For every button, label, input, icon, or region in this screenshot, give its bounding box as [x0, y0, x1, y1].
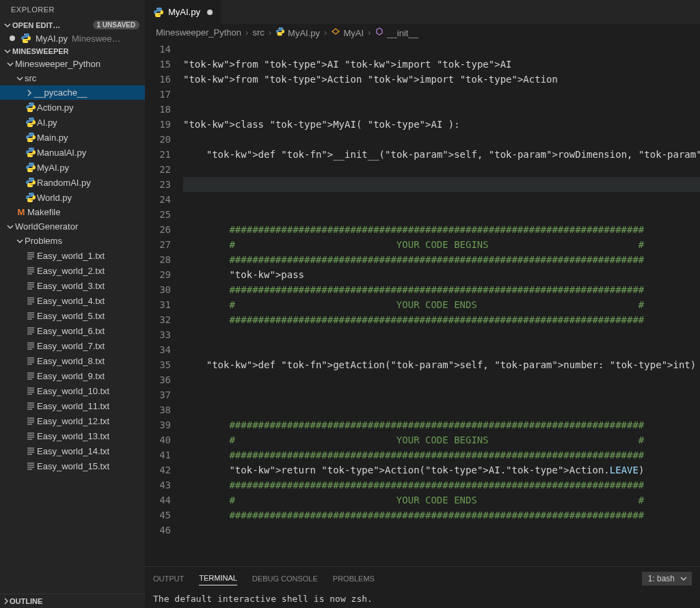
breadcrumb-separator-icon: ›	[269, 27, 271, 38]
file-easy-world-2-txt[interactable]: Easy_world_2.txt	[0, 263, 145, 278]
class-icon	[331, 27, 340, 36]
workspace-header[interactable]: MINESWEEPER	[0, 46, 145, 57]
file-easy-world-7-txt[interactable]: Easy_world_7.txt	[0, 338, 145, 353]
file-tree: Minesweeper_Pythonsrc__pycache__Action.p…	[0, 57, 145, 594]
folder-worldgenerator[interactable]: WorldGenerator	[0, 219, 145, 234]
file-easy-world-5-txt[interactable]: Easy_world_5.txt	[0, 308, 145, 323]
open-editor-item[interactable]: MyAI.py Mineswee…	[0, 31, 145, 46]
folder-src[interactable]: src	[0, 71, 145, 85]
chevron-down-icon	[680, 575, 687, 582]
file-easy-world-14-txt[interactable]: Easy_world_14.txt	[0, 443, 145, 458]
file-myai-py[interactable]: MyAI.py	[0, 160, 145, 175]
python-icon	[25, 192, 37, 203]
chevron-right-icon	[3, 598, 10, 605]
file-easy-world-9-txt[interactable]: Easy_world_9.txt	[0, 368, 145, 383]
code-editor[interactable]: 1415161718192021222324252627282930313233…	[145, 42, 700, 566]
bottom-panel: OUTPUT TERMINAL DEBUG CONSOLE PROBLEMS 1…	[145, 566, 700, 608]
svg-point-14	[29, 193, 29, 194]
tree-item-label: Easy_world_1.txt	[37, 251, 105, 261]
python-icon	[275, 27, 285, 36]
chevron-down-icon	[3, 48, 12, 55]
breadcrumb-item[interactable]: MyAI	[331, 27, 364, 38]
text-file-icon	[25, 340, 37, 351]
file-ai-py[interactable]: AI.py	[0, 115, 145, 130]
python-icon	[25, 177, 37, 188]
terminal-selector[interactable]: 1: bash	[642, 572, 692, 585]
breadcrumb-separator-icon: ›	[368, 27, 371, 38]
tree-item-label: Main.py	[37, 133, 68, 143]
svg-point-12	[29, 178, 29, 179]
breadcrumbs[interactable]: Minesweeper_Python›src›MyAI.py›MyAI›__in…	[145, 24, 700, 42]
file-easy-world-6-txt[interactable]: Easy_world_6.txt	[0, 323, 145, 338]
tab-myai[interactable]: MyAI.py	[145, 0, 221, 24]
file-easy-world-13-txt[interactable]: Easy_world_13.txt	[0, 428, 145, 443]
file-makefile[interactable]: MMakefile	[0, 205, 145, 219]
panel-tab-terminal[interactable]: TERMINAL	[199, 571, 237, 585]
file-easy-world-11-txt[interactable]: Easy_world_11.txt	[0, 398, 145, 413]
svg-point-8	[29, 148, 29, 149]
file-manualai-py[interactable]: ManualAI.py	[0, 145, 145, 160]
tree-item-label: Easy_world_7.txt	[37, 341, 105, 351]
file-randomai-py[interactable]: RandomAI.py	[0, 175, 145, 190]
svg-point-11	[31, 171, 32, 171]
folder-minesweeper-python[interactable]: Minesweeper_Python	[0, 57, 145, 71]
python-icon	[25, 147, 37, 158]
open-editors-label: OPEN EDIT…	[12, 21, 60, 29]
chevron-down-icon	[5, 223, 15, 230]
file-easy-world-12-txt[interactable]: Easy_world_12.txt	[0, 413, 145, 428]
file-easy-world-4-txt[interactable]: Easy_world_4.txt	[0, 293, 145, 308]
chevron-down-icon	[5, 61, 15, 68]
tree-item-label: Easy_world_8.txt	[37, 356, 105, 366]
svg-point-7	[31, 141, 32, 141]
tree-item-label: Easy_world_3.txt	[37, 281, 105, 291]
svg-point-16	[157, 8, 157, 8]
text-file-icon	[25, 415, 37, 426]
text-file-icon	[25, 325, 37, 336]
panel-tab-debug-console[interactable]: DEBUG CONSOLE	[252, 572, 318, 585]
svg-point-10	[29, 163, 29, 164]
svg-point-17	[159, 15, 160, 16]
folder-problems[interactable]: Problems	[0, 234, 145, 248]
python-icon	[25, 132, 37, 143]
python-icon	[25, 162, 37, 173]
text-file-icon	[25, 250, 37, 261]
file-easy-world-15-txt[interactable]: Easy_world_15.txt	[0, 458, 145, 473]
python-icon	[25, 102, 37, 113]
workspace-label: MINESWEEPER	[12, 47, 69, 55]
svg-point-4	[29, 118, 29, 119]
file-easy-world-1-txt[interactable]: Easy_world_1.txt	[0, 248, 145, 263]
breadcrumb-item[interactable]: MyAI.py	[275, 27, 320, 38]
panel-tabs: OUTPUT TERMINAL DEBUG CONSOLE PROBLEMS 1…	[145, 567, 700, 590]
text-file-icon	[25, 265, 37, 276]
text-file-icon	[25, 370, 37, 381]
open-editor-path: Mineswee…	[72, 33, 141, 44]
file-easy-world-8-txt[interactable]: Easy_world_8.txt	[0, 353, 145, 368]
file-main-py[interactable]: Main.py	[0, 130, 145, 145]
text-file-icon	[25, 295, 37, 306]
breadcrumb-separator-icon: ›	[324, 27, 327, 38]
file-action-py[interactable]: Action.py	[0, 100, 145, 115]
breadcrumb-item[interactable]: src	[252, 27, 264, 38]
tree-item-label: Easy_world_5.txt	[37, 311, 105, 321]
open-editors-header[interactable]: OPEN EDIT… 1 UNSAVED	[0, 19, 145, 31]
tree-item-label: src	[25, 73, 36, 83]
tree-item-label: RandomAI.py	[37, 178, 91, 188]
tree-item-label: WorldGenerator	[15, 221, 78, 232]
svg-point-9	[31, 156, 32, 156]
file-easy-world-10-txt[interactable]: Easy_world_10.txt	[0, 383, 145, 398]
breadcrumb-item[interactable]: __init__	[375, 27, 418, 38]
folder---pycache--[interactable]: __pycache__	[0, 85, 145, 100]
tree-item-label: Easy_world_12.txt	[37, 416, 109, 426]
file-easy-world-3-txt[interactable]: Easy_world_3.txt	[0, 278, 145, 293]
panel-tab-problems[interactable]: PROBLEMS	[333, 572, 375, 585]
file-world-py[interactable]: World.py	[0, 190, 145, 205]
terminal-selector-label: 1: bash	[648, 574, 675, 583]
breadcrumb-item[interactable]: Minesweeper_Python	[156, 27, 241, 38]
svg-point-2	[29, 103, 29, 104]
panel-tab-output[interactable]: OUTPUT	[153, 572, 184, 585]
terminal-output[interactable]: The default interactive shell is now zsh…	[145, 590, 700, 608]
code-content[interactable]: "tok-kw">from "tok-type">AI "tok-kw">imp…	[183, 42, 700, 566]
tree-item-label: MyAI.py	[37, 163, 69, 173]
outline-header[interactable]: OUTLINE	[0, 594, 145, 608]
line-gutter: 1415161718192021222324252627282930313233…	[145, 42, 183, 566]
